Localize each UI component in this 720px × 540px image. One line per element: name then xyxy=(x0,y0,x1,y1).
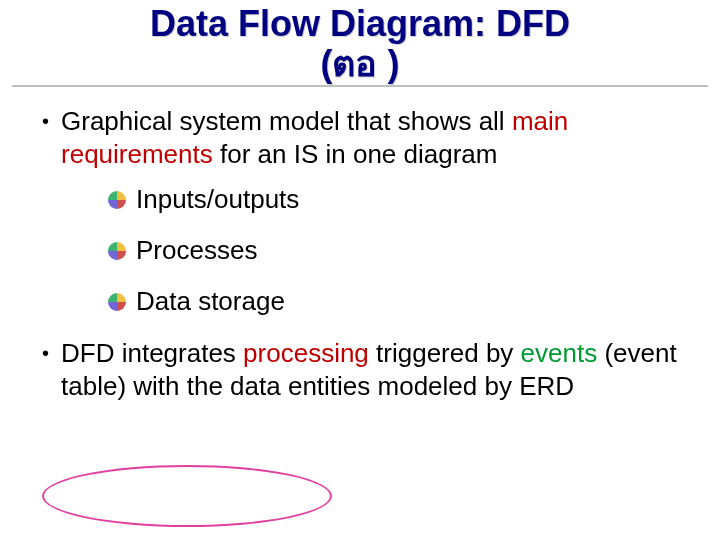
bullet2-p3: triggered by xyxy=(369,338,521,368)
bullet2-p2-processing: processing xyxy=(243,338,369,368)
bullet-text-1: Graphical system model that shows all ma… xyxy=(61,105,696,170)
quadrant-bullet-icon xyxy=(108,191,126,209)
quadrant-bullet-icon xyxy=(108,242,126,260)
bullet-dot-icon: • xyxy=(42,337,49,369)
sub-item-3: Data storage xyxy=(108,286,696,317)
quadrant-bullet-icon xyxy=(108,293,126,311)
sub-text-3: Data storage xyxy=(136,286,285,317)
sub-item-2: Processes xyxy=(108,235,696,266)
bullet1-suffix: for an IS in one diagram xyxy=(213,139,498,169)
title-line-1: Data Flow Diagram: DFD xyxy=(12,4,708,44)
bullet2-p4-events: events xyxy=(521,338,598,368)
bullet-text-2: DFD integrates processing triggered by e… xyxy=(61,337,696,402)
slide-content: • Graphical system model that shows all … xyxy=(0,105,720,402)
sub-text-2: Processes xyxy=(136,235,257,266)
annotation-oval xyxy=(42,465,332,527)
sub-list: Inputs/outputs Processes Data storage xyxy=(36,184,696,317)
bullet-item-2: • DFD integrates processing triggered by… xyxy=(36,337,696,402)
bullet-dot-icon: • xyxy=(42,105,49,137)
slide-title: Data Flow Diagram: DFD (ตอ ) xyxy=(12,0,708,87)
bullet1-prefix: Graphical system model that shows all xyxy=(61,106,512,136)
sub-item-1: Inputs/outputs xyxy=(108,184,696,215)
bullet-item-1: • Graphical system model that shows all … xyxy=(36,105,696,170)
bullet2-p1: DFD integrates xyxy=(61,338,243,368)
title-line-2: (ตอ ) xyxy=(12,44,708,84)
sub-text-1: Inputs/outputs xyxy=(136,184,299,215)
